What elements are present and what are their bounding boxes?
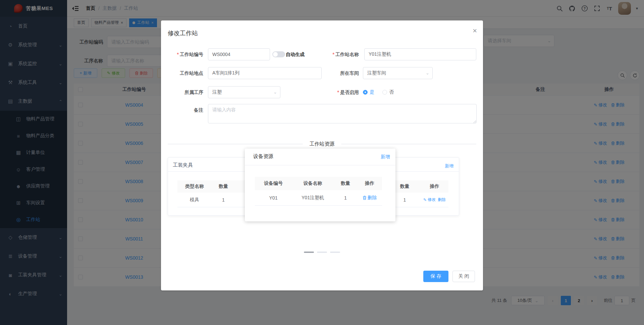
app-root: 苦糖果MES ◔首页⚙系统管理⌄▣系统监控⌄⚒系统工具⌄▤主数据⌄◫物料产品管理… [0,0,644,325]
enable-radio-group: 是 否 [363,86,394,98]
trash-icon [363,196,367,200]
code-input[interactable] [208,48,270,60]
device-col-code: 设备编号 [255,180,292,186]
auto-generate-toggle[interactable] [272,51,285,57]
section-title: 工作站资源 [303,141,341,147]
save-button[interactable]: 保 存 [423,271,448,282]
chevron-down-icon: ⌄ [426,70,429,75]
radio-checked-icon [363,90,368,95]
auto-generate-label: 自动生成 [286,48,305,60]
radio-yes[interactable]: 是 [363,89,374,95]
device-row-name: Y01注塑机 [292,195,334,201]
enable-label: *是否启用 [305,86,359,98]
cancel-button[interactable]: 关 闭 [452,271,475,282]
device-col-action: 操作 [357,180,382,186]
radio-unchecked-icon [382,90,387,95]
fixture-row-type: 模具 [177,197,212,203]
carousel-dot[interactable] [317,252,327,253]
dialog-title: 修改工作站 [168,29,198,37]
name-label: *工作站名称 [305,48,359,60]
workshop-select[interactable]: 注塑车间 ⌄ [363,67,433,79]
device-delete-link[interactable]: 删除 [357,195,382,201]
device-row: Y01 Y01注塑机 1 删除 [255,190,382,206]
edit-workstation-dialog: 修改工作站 × *工作站编号 自动生成 *工作站名称 工作站地点 所在车间 注塑… [161,20,483,290]
device-resource-panel: 设备资源 新增 设备编号 设备名称 数量 操作 Y01 Y01注塑机 1 删除 [245,149,395,221]
device-panel-title: 设备资源 [253,153,273,160]
pencil-icon: ✎ [423,198,427,202]
device-col-name: 设备名称 [292,180,334,186]
fixture-col-type: 类型名称 [177,183,212,189]
close-icon[interactable]: × [473,27,477,35]
process-label: 所属工序 [161,86,203,98]
carousel-dot[interactable] [330,252,340,253]
fixture-row-qty: 1 [212,197,235,203]
right-row-delete-link[interactable]: 删除 [438,197,446,203]
right-row-edit-link[interactable]: ✎修改 [423,197,436,203]
location-label: 工作站地点 [161,67,203,79]
remark-textarea[interactable] [208,104,477,123]
name-input[interactable] [364,48,476,60]
chevron-down-icon: ⌄ [273,90,277,95]
resize-handle[interactable] [473,120,476,123]
device-row-code: Y01 [255,195,292,201]
fixture-col-qty: 数量 [212,183,235,189]
device-row-qty: 1 [334,195,357,201]
remark-label: 备注 [161,104,203,116]
process-select[interactable]: 注塑 ⌄ [208,86,280,98]
workshop-label: 所在车间 [305,67,359,79]
fixture-card-title: 工装夹具 [173,162,193,168]
code-label: *工作站编号 [161,48,203,60]
right-card-add-link[interactable]: 新增 [445,163,453,169]
right-col-action: 操作 [421,183,448,189]
carousel-indicators [304,252,340,253]
device-col-qty: 数量 [334,180,357,186]
radio-no[interactable]: 否 [382,89,394,95]
device-add-link[interactable]: 新增 [381,154,390,160]
location-input[interactable] [208,67,322,79]
carousel-dot[interactable] [304,252,314,253]
